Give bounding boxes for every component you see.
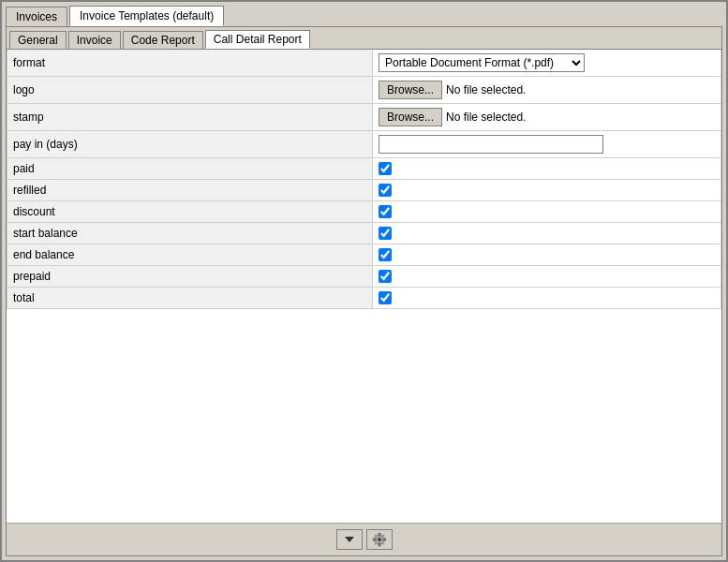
cell-paid [373,158,721,180]
row-discount: discount [7,201,721,223]
cell-stamp: Browse... No file selected. [373,104,721,131]
row-prepaid: prepaid [7,266,721,288]
stamp-browse-group: Browse... No file selected. [379,108,715,126]
down-icon [342,532,357,547]
pay-in-days-input[interactable] [379,135,603,154]
total-checkbox-group [379,291,715,304]
start-balance-checkbox-group [379,227,715,240]
label-stamp: stamp [7,104,373,131]
form-table: format Portable Document Format (*.pdf) … [7,50,721,309]
label-end-balance: end balance [7,244,373,266]
discount-checkbox-group [379,205,715,218]
logo-browse-group: Browse... No file selected. [379,81,715,99]
refilled-checkbox[interactable] [379,184,392,197]
prepaid-checkbox[interactable] [379,270,392,283]
main-content: General Invoice Code Report Call Detail … [6,26,722,556]
tab-call-detail-report[interactable]: Call Detail Report [205,30,310,49]
stamp-browse-button[interactable]: Browse... [379,108,442,126]
svg-marker-0 [345,537,354,542]
paid-checkbox[interactable] [379,162,392,175]
label-discount: discount [7,201,373,223]
row-logo: logo Browse... No file selected. [7,77,721,104]
label-start-balance: start balance [7,223,373,244]
label-refilled: refilled [7,180,373,201]
svg-point-5 [381,538,386,541]
cell-pay-in-days [373,131,721,158]
label-paid: paid [7,158,373,180]
row-format: format Portable Document Format (*.pdf) … [7,50,721,77]
tab-code-report[interactable]: Code Report [123,31,203,49]
format-select[interactable]: Portable Document Format (*.pdf) HTML (*… [379,53,585,72]
tab-general[interactable]: General [9,31,67,49]
label-pay-in-days: pay in (days) [7,131,373,158]
row-stamp: stamp Browse... No file selected. [7,104,721,131]
outer-window: Invoices Invoice Templates (default) Gen… [0,0,728,562]
cell-format: Portable Document Format (*.pdf) HTML (*… [373,50,721,77]
tab-invoice[interactable]: Invoice [68,31,121,49]
row-start-balance: start balance [7,223,721,244]
format-select-group: Portable Document Format (*.pdf) HTML (*… [379,53,715,72]
cell-refilled [373,180,721,201]
cell-end-balance [373,244,721,266]
row-pay-in-days: pay in (days) [7,131,721,158]
prepaid-checkbox-group [379,270,715,283]
top-tab-bar: Invoices Invoice Templates (default) [2,2,726,26]
bottom-bar [7,523,721,555]
cell-logo: Browse... No file selected. [373,77,721,104]
flower-icon [372,532,387,547]
down-button[interactable] [336,529,363,550]
end-balance-checkbox-group [379,248,715,261]
row-paid: paid [7,158,721,180]
logo-browse-button[interactable]: Browse... [379,81,442,99]
label-prepaid: prepaid [7,266,373,288]
stamp-file-info: No file selected. [446,111,526,124]
label-total: total [7,288,373,309]
cell-total [373,288,721,309]
cell-discount [373,201,721,223]
flower-button[interactable] [366,529,393,550]
svg-point-4 [372,538,377,541]
form-area: format Portable Document Format (*.pdf) … [7,50,721,523]
label-logo: logo [7,77,373,104]
refilled-checkbox-group [379,184,715,197]
cell-prepaid [373,266,721,288]
svg-point-2 [378,533,381,538]
start-balance-checkbox[interactable] [379,227,392,240]
svg-point-10 [378,538,381,541]
label-format: format [7,50,373,77]
end-balance-checkbox[interactable] [379,248,392,261]
svg-point-3 [378,542,381,547]
logo-file-info: No file selected. [446,83,526,96]
row-refilled: refilled [7,180,721,201]
discount-checkbox[interactable] [379,205,392,218]
row-end-balance: end balance [7,244,721,266]
paid-checkbox-group [379,162,715,175]
row-total: total [7,288,721,309]
total-checkbox[interactable] [379,291,392,304]
tab-invoices[interactable]: Invoices [6,7,67,26]
inner-tab-bar: General Invoice Code Report Call Detail … [7,27,721,50]
tab-invoice-templates[interactable]: Invoice Templates (default) [69,6,224,26]
cell-start-balance [373,223,721,244]
